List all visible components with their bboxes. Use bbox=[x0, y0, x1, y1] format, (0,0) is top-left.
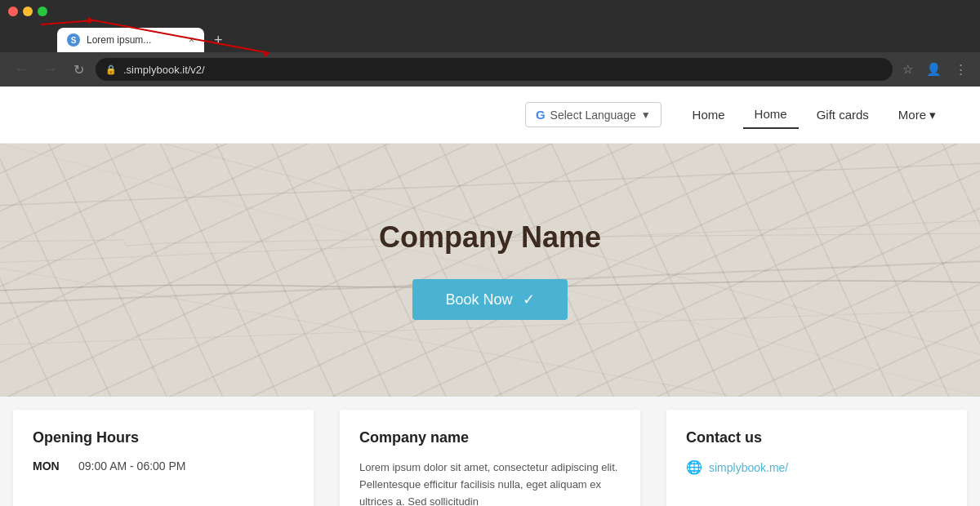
address-bar-row: ← → ↻ 🔒 .simplybook.it/v2/ ☆ 👤 ⋮ bbox=[0, 52, 980, 87]
globe-icon: 🌐 bbox=[686, 459, 702, 475]
nav-more[interactable]: More ▾ bbox=[887, 101, 947, 129]
google-g-icon: G bbox=[536, 108, 546, 122]
hours-text: 09:00 AM - 06:00 PM bbox=[78, 459, 186, 473]
contact-card-title: Contact us bbox=[686, 429, 947, 446]
new-tab-button[interactable]: + bbox=[211, 29, 226, 52]
company-card-title: Company name bbox=[359, 429, 621, 446]
hours-card-title: Opening Hours bbox=[33, 429, 294, 446]
hours-card: Opening Hours MON 09:00 AM - 06:00 PM bbox=[13, 410, 314, 506]
lock-icon: 🔒 bbox=[105, 64, 117, 75]
address-actions: ☆ 👤 ⋮ bbox=[899, 59, 970, 80]
translate-label: Select Language bbox=[550, 109, 636, 122]
more-label: More bbox=[898, 108, 926, 122]
header-nav: G Select Language ▼ Home Home Gift cards… bbox=[525, 100, 947, 129]
company-card: Company name Lorem ipsum dolor sit amet,… bbox=[340, 410, 640, 506]
tab-close-button[interactable]: × bbox=[189, 34, 194, 46]
traffic-lights bbox=[8, 7, 47, 16]
bookmark-icon[interactable]: ☆ bbox=[899, 59, 916, 80]
hours-row: MON 09:00 AM - 06:00 PM bbox=[33, 459, 294, 473]
back-button[interactable]: ← bbox=[10, 59, 33, 80]
maximize-window-button[interactable] bbox=[38, 7, 47, 16]
hero-company-name: Company Name bbox=[379, 220, 601, 255]
refresh-button[interactable]: ↻ bbox=[69, 59, 89, 81]
nav-gift-cards[interactable]: Gift cards bbox=[805, 101, 880, 128]
site-header: G Select Language ▼ Home Home Gift cards… bbox=[0, 87, 980, 144]
profile-icon[interactable]: 👤 bbox=[923, 59, 945, 80]
address-bar[interactable]: 🔒 .simplybook.it/v2/ bbox=[96, 58, 893, 81]
contact-card: Contact us 🌐 simplybook.me/ bbox=[666, 410, 967, 506]
menu-icon[interactable]: ⋮ bbox=[951, 59, 970, 80]
contact-website-link[interactable]: 🌐 simplybook.me/ bbox=[686, 459, 947, 475]
tab-favicon: S bbox=[67, 33, 80, 47]
hero-section: Company Name Book Now ✓ bbox=[0, 144, 980, 397]
url-text: .simplybook.it/v2/ bbox=[123, 64, 205, 76]
svg-line-6 bbox=[0, 225, 735, 397]
book-now-label: Book Now bbox=[445, 291, 512, 308]
close-window-button[interactable] bbox=[8, 7, 18, 16]
browser-tab[interactable]: S Lorem ipsum... × bbox=[57, 28, 204, 52]
nav-home-2[interactable]: Home bbox=[743, 100, 799, 129]
tab-bar: S Lorem ipsum... × + bbox=[0, 23, 980, 52]
contact-website-text: simplybook.me/ bbox=[709, 461, 788, 474]
os-bar bbox=[0, 0, 980, 23]
checkmark-icon: ✓ bbox=[523, 291, 535, 308]
language-selector[interactable]: G Select Language ▼ bbox=[525, 102, 662, 127]
hero-content: Company Name Book Now ✓ bbox=[379, 220, 601, 320]
more-arrow: ▾ bbox=[929, 108, 936, 122]
tab-title: Lorem ipsum... bbox=[87, 34, 182, 46]
book-now-button[interactable]: Book Now ✓ bbox=[412, 279, 567, 320]
translate-arrow: ▼ bbox=[641, 109, 651, 121]
cards-section: Opening Hours MON 09:00 AM - 06:00 PM Co… bbox=[0, 397, 980, 506]
minimize-window-button[interactable] bbox=[23, 7, 33, 16]
day-label: MON bbox=[33, 459, 65, 473]
company-card-body: Lorem ipsum dolor sit amet, consectetur … bbox=[359, 459, 621, 506]
svg-line-0 bbox=[0, 160, 980, 209]
nav-home-1[interactable]: Home bbox=[681, 101, 737, 128]
forward-button[interactable]: → bbox=[39, 59, 62, 80]
